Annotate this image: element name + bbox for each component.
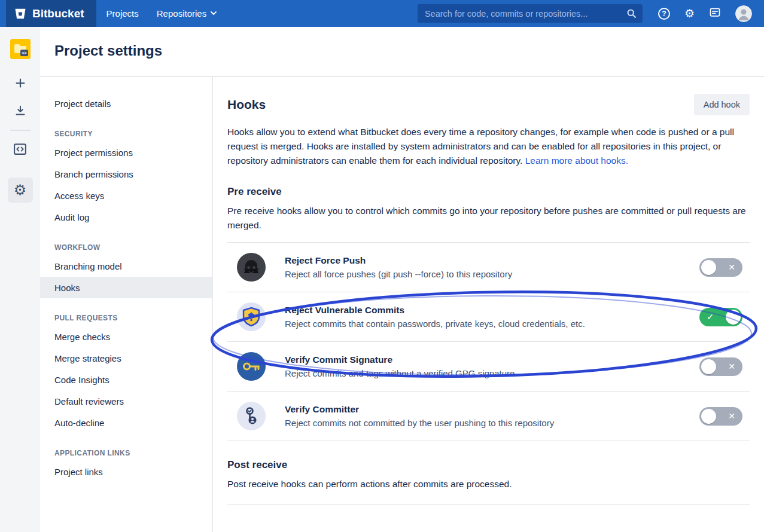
chevron-down-icon — [211, 11, 217, 16]
hook-row-verify-commit-signature: Verify Commit Signature Reject commits a… — [227, 342, 750, 392]
navbar-icons: ? ⚙ — [658, 5, 764, 22]
hook-row-reject-vulnerable-commits: Reject Vulnerable Commits Reject commits… — [227, 292, 750, 342]
sidebar-item-audit-log[interactable]: Audit log — [40, 206, 212, 228]
hook-description: Reject commits that contain passwords, p… — [285, 319, 585, 329]
search-input[interactable] — [424, 8, 626, 19]
body-columns: Project details SECURITY Project permiss… — [40, 77, 764, 532]
hooks-intro: Hooks allow you to extend what Bitbucket… — [227, 125, 750, 168]
sidebar-item-hooks[interactable]: Hooks — [40, 277, 212, 298]
sidebar-item-project-permissions[interactable]: Project permissions — [40, 142, 212, 163]
bitbucket-logo-icon — [14, 7, 27, 20]
hook-toggle-reject-force-push[interactable]: ✓ ✕ — [699, 258, 742, 277]
brand-name: Bitbucket — [32, 7, 84, 20]
hook-name: Verify Committer — [285, 404, 554, 415]
project-avatar-icon[interactable]: <> — [10, 39, 31, 62]
top-navbar: Bitbucket Projects Repositories ? ⚙ — [0, 0, 764, 27]
hook-toggle-reject-vulnerable-commits[interactable]: ✓ ✕ — [699, 308, 742, 326]
toggle-knob — [701, 409, 716, 424]
sidebar-section-pull-requests: PULL REQUESTS — [54, 314, 212, 322]
post-receive-divider — [227, 505, 750, 505]
hook-description: Reject commits not committed by the user… — [285, 418, 554, 428]
sidebar-section-security: SECURITY — [54, 130, 212, 138]
post-receive-description: Post receive hooks can perform actions a… — [227, 477, 750, 491]
user-avatar[interactable] — [735, 5, 752, 22]
create-plus-icon[interactable] — [10, 75, 31, 91]
search-box[interactable] — [418, 4, 643, 23]
global-rail: <> ⚙ — [0, 27, 40, 532]
hook-text: Verify Commit Signature Reject commits a… — [285, 354, 515, 378]
hook-row-verify-committer: Verify Committer Reject commits not comm… — [227, 392, 750, 441]
settings-sidebar: Project details SECURITY Project permiss… — [40, 77, 213, 532]
sidebar-item-code-insights[interactable]: Code Insights — [40, 369, 212, 390]
sidebar-section-workflow: WORKFLOW — [54, 243, 212, 252]
add-hook-button[interactable]: Add hook — [694, 94, 750, 115]
sidebar-item-access-keys[interactable]: Access keys — [40, 185, 212, 206]
sidebar-item-auto-decline[interactable]: Auto-decline — [40, 412, 212, 433]
hooks-heading: Hooks — [227, 97, 266, 112]
x-icon: ✕ — [728, 411, 735, 421]
nav-projects[interactable]: Projects — [99, 0, 147, 27]
x-icon: ✕ — [728, 362, 735, 371]
download-icon[interactable] — [10, 102, 31, 119]
sidebar-item-merge-checks[interactable]: Merge checks — [40, 326, 212, 347]
nav-repositories[interactable]: Repositories — [149, 0, 224, 27]
key-icon — [237, 352, 266, 381]
hook-description: Reject commits and tags without a verifi… — [285, 368, 515, 378]
hook-description: Reject all force pushes (git push --forc… — [285, 269, 512, 279]
sidebar-section-application-links: APPLICATION LINKS — [54, 449, 212, 457]
search-icon[interactable] — [626, 8, 637, 19]
sidebar-item-merge-strategies[interactable]: Merge strategies — [40, 347, 212, 369]
sidebar-item-default-reviewers[interactable]: Default reviewers — [40, 390, 212, 412]
pre-receive-hook-list: Reject Force Push Reject all force pushe… — [227, 242, 750, 441]
toggle-knob — [701, 359, 716, 374]
post-receive-heading: Post receive — [227, 459, 750, 471]
bitbucket-home-link[interactable]: Bitbucket — [6, 0, 96, 27]
gear-glyph: ⚙ — [14, 183, 27, 197]
toggle-knob — [726, 310, 741, 325]
hooks-panel: Hooks Add hook Hooks allow you to extend… — [213, 77, 764, 532]
pre-receive-heading: Pre receive — [227, 186, 750, 198]
learn-more-link[interactable]: Learn more about hooks. — [525, 155, 628, 166]
hook-name: Verify Commit Signature — [285, 354, 515, 365]
nav-projects-label: Projects — [106, 8, 139, 19]
sidebar-item-branch-permissions[interactable]: Branch permissions — [40, 163, 212, 185]
settings-gear-icon[interactable]: ⚙ — [8, 178, 33, 203]
content-wrap: Project settings Project details SECURIT… — [40, 27, 764, 532]
commit-graph-icon — [237, 402, 266, 430]
bitbucket-project-settings-page: { "colors": { "navbar": "#2065C0", "bran… — [0, 0, 764, 532]
toggle-knob — [701, 260, 716, 275]
app-body: <> ⚙ Project settings Project details SE… — [0, 27, 764, 532]
shield-icon — [237, 302, 266, 331]
nav-repositories-label: Repositories — [157, 8, 206, 19]
sidebar-item-project-links[interactable]: Project links — [40, 461, 212, 482]
page-title: Project settings — [54, 42, 764, 59]
hook-toggle-verify-committer[interactable]: ✓ ✕ — [699, 407, 742, 426]
check-icon: ✓ — [707, 311, 714, 322]
hook-name: Reject Force Push — [285, 255, 512, 266]
darth-vader-icon — [237, 253, 266, 282]
gear-icon[interactable]: ⚙ — [684, 8, 695, 19]
x-icon: ✕ — [728, 262, 735, 272]
sidebar-item-branching-model[interactable]: Branching model — [40, 255, 212, 277]
hook-text: Verify Committer Reject commits not comm… — [285, 404, 554, 428]
hooks-header-row: Hooks Add hook — [227, 94, 750, 115]
feedback-icon[interactable] — [709, 7, 721, 21]
hook-toggle-verify-commit-signature[interactable]: ✓ ✕ — [699, 357, 742, 376]
pre-receive-description: Pre receive hooks allow you to control w… — [227, 204, 750, 233]
hook-text: Reject Vulnerable Commits Reject commits… — [285, 305, 585, 329]
hook-name: Reject Vulnerable Commits — [285, 305, 585, 316]
hook-text: Reject Force Push Reject all force pushe… — [285, 255, 512, 279]
help-icon[interactable]: ? — [658, 8, 670, 20]
page-header: Project settings — [40, 27, 764, 77]
rail-divider — [10, 130, 31, 131]
hook-row-reject-force-push: Reject Force Push Reject all force pushe… — [227, 243, 750, 292]
code-icon[interactable] — [10, 140, 31, 157]
svg-text:<>: <> — [21, 50, 27, 56]
hooks-intro-text: Hooks allow you to extend what Bitbucket… — [227, 127, 734, 166]
sidebar-item-project-details[interactable]: Project details — [40, 93, 212, 114]
